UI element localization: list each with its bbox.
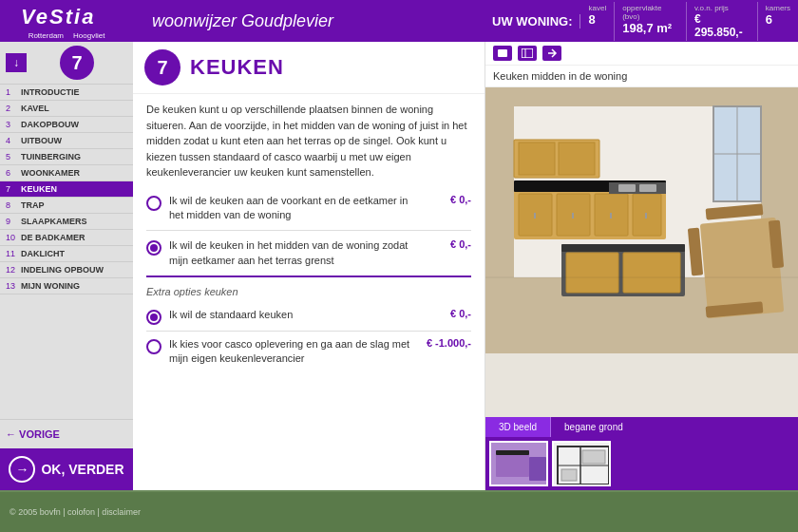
- option-1-row[interactable]: Ik wil de keuken aan de voorkant en de e…: [146, 186, 471, 232]
- image-panel-icons-row: [485, 42, 798, 66]
- logo-area: VeStia Rotterdam Hoogvliet: [0, 0, 133, 42]
- header-title: woonwijzer Goudplevier: [152, 11, 333, 31]
- option-2-price: € 0,-: [424, 238, 471, 250]
- uw-woning-label: UW WONING:: [484, 14, 580, 28]
- icon-button-3[interactable]: [542, 46, 561, 61]
- extra-option-1-text: Ik wil de standaard keuken: [169, 308, 411, 322]
- extra-option-2-text: Ik kies voor casco oplevering en ga aan …: [169, 337, 411, 367]
- content-header: 7 KEUKEN: [133, 42, 484, 94]
- logo-subtitle: Rotterdam Hoogvliet: [28, 31, 105, 40]
- svg-rect-2: [522, 48, 533, 58]
- sidebar: ↓ 7 1 INTRODUCTIE 2 KAVEL 3 DAKOPBOUW 4 …: [0, 42, 133, 490]
- option-2-row[interactable]: Ik wil de keuken in het midden van de wo…: [146, 231, 471, 277]
- stat-prijs: v.o.n. prijs € 295.850,-: [687, 2, 758, 41]
- sidebar-item-keuken[interactable]: 7 KEUKEN: [0, 181, 133, 198]
- sidebar-item-kavel[interactable]: 2 KAVEL: [0, 101, 133, 117]
- svg-rect-22: [559, 142, 595, 175]
- radio-option-1[interactable]: [146, 196, 162, 211]
- image-panel: Keuken midden in de woning: [484, 42, 798, 490]
- svg-rect-39: [529, 457, 546, 481]
- sidebar-item-de-badkamer[interactable]: 10 DE BADKAMER: [0, 230, 133, 246]
- svg-rect-1: [498, 49, 507, 57]
- header-title-area: woonwijzer Goudplevier: [133, 0, 484, 42]
- sidebar-item-introductie[interactable]: 1 INTRODUCTIE: [0, 85, 133, 101]
- option-1-price: € 0,-: [424, 194, 471, 205]
- svg-rect-44: [561, 469, 577, 481]
- svg-rect-25: [639, 184, 656, 192]
- tab-begane-grond[interactable]: begane grond: [551, 417, 636, 437]
- radio-extra-1[interactable]: [146, 310, 162, 325]
- vorige-button[interactable]: ← VORIGE: [6, 428, 60, 440]
- icon-button-2[interactable]: [518, 46, 537, 61]
- options-list: Ik wil de keuken aan de voorkant en de e…: [133, 186, 484, 278]
- stat-oppervlakte: oppervlakte (bvo) 198,7 m²: [615, 2, 687, 41]
- extra-options-label: Extra opties keuken: [133, 277, 484, 302]
- svg-rect-27: [561, 244, 685, 252]
- step-number-badge: 7: [60, 46, 94, 80]
- radio-option-2-fill: [150, 244, 158, 252]
- extra-option-2-price: € -1.000,-: [419, 337, 471, 349]
- image-panel-title: Keuken midden in de woning: [485, 66, 798, 87]
- image-thumbnails: [485, 437, 798, 490]
- radio-extra-2[interactable]: [146, 339, 162, 354]
- stat-kamers: kamers 6: [758, 2, 798, 41]
- sidebar-item-dakopbouw[interactable]: 3 DAKOPBOUW: [0, 117, 133, 133]
- svg-rect-28: [566, 253, 618, 293]
- kitchen-3d-view: [485, 87, 798, 417]
- stat-kavel: kavel 8: [580, 2, 615, 41]
- svg-rect-21: [519, 142, 555, 175]
- option-1-text: Ik wil de keuken aan de voorkant en de e…: [169, 194, 416, 223]
- extra-option-1-row[interactable]: Ik wil de standaard keuken € 0,-: [146, 302, 471, 332]
- sidebar-item-indeling-opbouw[interactable]: 12 INDELING OPBOUW: [0, 262, 133, 278]
- svg-rect-45: [582, 450, 605, 464]
- radio-option-2[interactable]: [146, 240, 162, 256]
- logo-text: VeStia: [19, 3, 114, 33]
- radio-extra-1-fill: [150, 314, 158, 321]
- sidebar-item-slaapkamers[interactable]: 9 SLAAPKAMERS: [0, 214, 133, 230]
- content-title: KEUKEN: [190, 55, 284, 80]
- kitchen-illustration: [485, 87, 798, 353]
- extra-option-2-row[interactable]: Ik kies voor casco oplevering en ga aan …: [146, 332, 471, 372]
- ok-verder-label: OK, VERDER: [41, 462, 124, 477]
- image-tabs: 3D beeld begane grond: [485, 417, 798, 437]
- svg-text:VeStia: VeStia: [21, 5, 95, 28]
- content-description: De keuken kunt u op verschillende plaats…: [133, 94, 484, 186]
- svg-rect-23: [609, 182, 666, 194]
- extra-options-list: Ik wil de standaard keuken € 0,- Ik kies…: [133, 302, 484, 372]
- content-step-circle: 7: [144, 49, 180, 86]
- sidebar-item-tuinberging[interactable]: 5 TUINBERGING: [0, 149, 133, 165]
- sidebar-item-woonkamer[interactable]: 6 WOONKAMER: [0, 165, 133, 181]
- sidebar-arrow-down[interactable]: ↓: [6, 53, 27, 72]
- thumbnail-2[interactable]: [552, 441, 611, 486]
- footer-text: © 2005 bovfn | colofon | disclaimer: [10, 507, 141, 517]
- sidebar-item-uitbouw[interactable]: 4 UITBOUW: [0, 133, 133, 149]
- content-area: 7 KEUKEN De keuken kunt u op verschillen…: [133, 42, 484, 490]
- sidebar-nav-list: 1 INTRODUCTIE 2 KAVEL 3 DAKOPBOUW 4 UITB…: [0, 85, 133, 419]
- uw-woning-header: UW WONING: kavel 8 oppervlakte (bvo) 198…: [484, 0, 798, 42]
- ok-verder-button[interactable]: → OK, VERDER: [0, 448, 133, 490]
- extra-option-1-price: € 0,-: [419, 308, 471, 319]
- vorige-area: ← VORIGE: [0, 419, 133, 448]
- thumbnail-1[interactable]: [489, 441, 548, 486]
- sidebar-item-trap[interactable]: 8 TRAP: [0, 198, 133, 214]
- ok-verder-arrow-icon: →: [9, 456, 35, 483]
- footer-bar: © 2005 bovfn | colofon | disclaimer: [0, 490, 798, 532]
- icon-button-1[interactable]: [493, 46, 512, 61]
- sidebar-item-mijn-woning[interactable]: 13 MIJN WONING: [0, 278, 133, 294]
- option-2-text: Ik wil de keuken in het midden van de wo…: [169, 238, 416, 268]
- tab-3d-beeld[interactable]: 3D beeld: [485, 417, 551, 437]
- svg-rect-24: [618, 184, 636, 192]
- svg-rect-38: [496, 450, 529, 455]
- uw-woning-stats: kavel 8 oppervlakte (bvo) 198,7 m² v.o.n…: [580, 2, 798, 41]
- sidebar-item-daklicht[interactable]: 11 DAKLICHT: [0, 246, 133, 262]
- svg-rect-29: [623, 253, 680, 293]
